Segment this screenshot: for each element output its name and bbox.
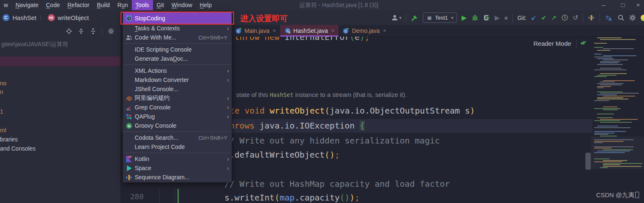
code-minimap[interactable]	[592, 37, 644, 174]
minimap-line	[597, 50, 610, 51]
run-button[interactable]: ▶	[461, 15, 466, 21]
project-selected-row[interactable]	[0, 57, 121, 66]
menu-item-markdown-converter[interactable]: Markdown Converter›	[123, 75, 232, 84]
submenu-arrow-icon: ›	[227, 157, 229, 161]
menu-item-groovy-console[interactable]: GGroovy Console	[123, 121, 232, 130]
menubar-item-refactor[interactable]: Refactor	[64, 0, 93, 10]
class-run-icon: C	[235, 27, 242, 34]
minimap-line	[600, 61, 620, 62]
tab-label: Main.java	[244, 27, 269, 34]
scrollbar-thumb[interactable]	[585, 153, 591, 170]
tab-hashset-java[interactable]: C HashSet.java ×	[280, 25, 339, 36]
menu-item-code-with-me[interactable]: Code With Me...Ctrl+Shift+Y	[123, 33, 232, 42]
submenu-arrow-icon: ›	[227, 114, 229, 119]
menu-item-kotlin[interactable]: Kotlin›	[123, 154, 232, 163]
menubar-item-run[interactable]: Run	[114, 0, 132, 10]
build-hammer-icon[interactable]	[411, 14, 418, 22]
menu-item-learn-project-code[interactable]: Learn Project Code	[123, 142, 232, 151]
tab-main-java[interactable]: C Main.java ×	[231, 25, 280, 36]
menubar-item-git[interactable]: Git	[153, 0, 168, 10]
gear-icon[interactable]	[629, 14, 636, 21]
code-line: private void writeObject(java.io.ObjectO…	[205, 105, 475, 116]
menubar-item-help[interactable]: Help	[196, 0, 215, 10]
minimap-line	[597, 97, 623, 98]
tab-demo-java[interactable]: C Demo.java ×	[338, 25, 390, 36]
collapse-all-icon[interactable]	[90, 28, 96, 35]
git-update-icon[interactable]: ↙	[531, 15, 536, 21]
close-icon[interactable]: ×	[331, 27, 335, 34]
tree-item[interactable]: 1	[0, 108, 3, 115]
tree-item[interactable]: n	[0, 89, 3, 95]
menu-item-generate-javadoc[interactable]: Generate JavaDoc...	[123, 54, 232, 63]
tree-item[interactable]: braries	[0, 136, 18, 143]
maximize-button[interactable]: □	[613, 0, 632, 10]
menubar-item-navigate[interactable]: Navigate	[12, 0, 42, 10]
minimap-line	[594, 100, 609, 101]
tree-item[interactable]: no	[0, 80, 7, 87]
submenu-arrow-icon: ›	[227, 105, 229, 109]
tree-item[interactable]: and Consoles	[0, 145, 36, 152]
menu-item-stopcoding[interactable]: StopCoding	[123, 12, 232, 24]
menu-item-sequence-diagram[interactable]: Sequence Diagram...	[123, 173, 232, 182]
line-number: 280	[130, 192, 144, 201]
minimap-line	[597, 114, 614, 114]
sequence-diagram-icon[interactable]	[588, 14, 595, 21]
breadcrumb-separator: 〉	[39, 14, 45, 22]
menu-icon-placeholder	[126, 77, 133, 84]
breadcrumb-class[interactable]: HashSet	[12, 14, 37, 21]
menu-item-[interactable]: 阿里编码规约›	[123, 94, 232, 103]
tree-item[interactable]: ml	[0, 127, 6, 134]
menu-item-xml-actions[interactable]: XML Actions›	[123, 66, 232, 75]
expand-all-icon[interactable]	[78, 28, 84, 35]
menubar-item-w[interactable]: w	[0, 0, 12, 10]
git-push-icon[interactable]: ↗	[551, 15, 556, 21]
menu-item-codota-search[interactable]: Codota Search...Ctrl+Shift+Y	[123, 133, 232, 142]
inspections-ok-icon[interactable]: ✔✔	[580, 39, 584, 47]
menu-item-tasks-contexts[interactable]: Tasks & Contexts›	[123, 24, 232, 33]
search-icon[interactable]	[617, 14, 624, 21]
minimap-line	[600, 167, 608, 168]
panel-settings-gear-icon[interactable]	[108, 28, 114, 35]
close-icon[interactable]: ×	[273, 27, 276, 34]
reader-mode-label[interactable]: Reader Mode	[533, 40, 571, 47]
minimap-line	[594, 54, 602, 54]
menubar-item-build[interactable]: Build	[93, 0, 114, 10]
menubar-item-tools[interactable]: Tools	[132, 0, 153, 10]
code-line: // Write out HashMap capacity and load f…	[225, 178, 450, 189]
menubar-item-window[interactable]: Window	[168, 0, 196, 10]
menu-item-label: QAPlug	[135, 113, 155, 120]
minimize-button[interactable]: –	[594, 0, 613, 10]
run-with-coverage-icon[interactable]	[483, 14, 490, 21]
menu-item-qaplug[interactable]: QAPlug›	[123, 112, 232, 121]
submenu-arrow-icon: ›	[227, 96, 229, 100]
minimap-line	[594, 139, 634, 140]
user-icon[interactable]: ▾	[391, 14, 401, 21]
menu-item-label: Space	[135, 165, 151, 171]
close-button[interactable]: ×	[632, 0, 644, 10]
minimap-line	[597, 94, 617, 95]
minimap-line	[603, 106, 617, 107]
toolbar-divider	[600, 14, 600, 22]
translate-icon[interactable]: 文A	[605, 14, 613, 22]
plugin-icon[interactable]	[641, 15, 644, 21]
close-icon[interactable]: ×	[383, 27, 386, 34]
locate-file-icon[interactable]	[66, 28, 72, 35]
menu-icon-placeholder	[126, 134, 133, 141]
method-icon: m	[48, 14, 55, 21]
menu-item-ide-scripting-console[interactable]: IDE Scripting Console	[123, 45, 232, 54]
menu-item-space[interactable]: Space›	[123, 163, 232, 173]
stop-disabled-button: ■	[504, 15, 508, 21]
menu-item-jshell-console[interactable]: JShell Console...	[123, 84, 232, 94]
minimap-line	[594, 127, 631, 128]
menubar-item-code[interactable]: Code	[42, 0, 64, 10]
svg-text:C: C	[345, 29, 347, 33]
menu-item-grep-console[interactable]: Grep Console›	[123, 103, 232, 112]
history-clock-icon[interactable]	[561, 14, 568, 21]
debug-icon[interactable]	[471, 14, 479, 21]
tab-label: Demo.java	[352, 27, 380, 34]
breadcrumb-method[interactable]: writeObject	[58, 14, 89, 21]
run-configuration-select[interactable]: Test1 ▾	[423, 12, 457, 23]
rollback-icon[interactable]: ↺	[573, 15, 578, 21]
git-commit-icon[interactable]: ✔	[541, 15, 547, 21]
submenu-arrow-icon: ›	[227, 166, 229, 170]
